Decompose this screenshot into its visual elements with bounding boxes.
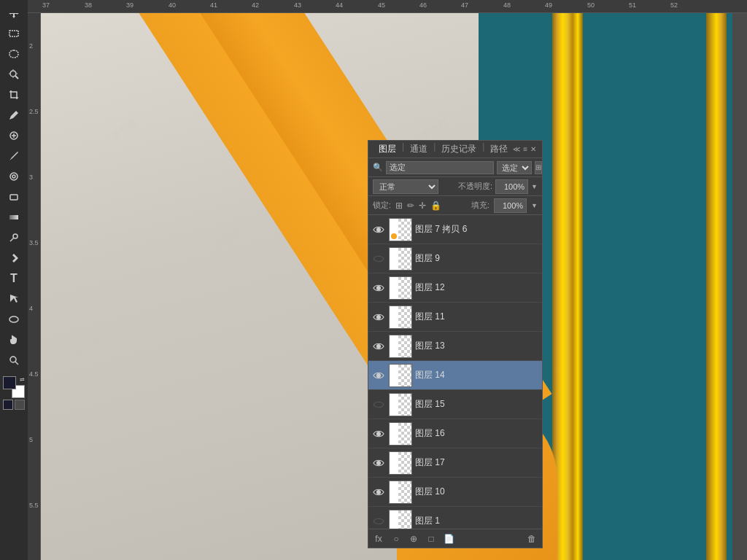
swap-colors-icon[interactable]: ⇄ (20, 376, 25, 383)
layer-row[interactable]: 图层 17 (368, 448, 542, 478)
new-group-btn[interactable]: □ (424, 532, 438, 546)
layer-row[interactable]: 图层 7 拷贝 6 (368, 215, 542, 244)
search-input[interactable] (386, 161, 494, 174)
tool-select-rect[interactable] (4, 24, 23, 43)
ruler-mark-50: 50 (587, 1, 595, 9)
opacity-input[interactable] (495, 179, 528, 194)
tool-lasso[interactable] (4, 44, 23, 63)
tab-layers[interactable]: 图层 (374, 141, 400, 157)
lock-grid-icon[interactable]: ⊞ (395, 201, 403, 211)
panel-bottom-toolbar: fx ○ ⊕ □ 📄 🗑 (368, 529, 542, 548)
blend-row: 正常 溶解 正片叠底 不透明度: ▼ (368, 177, 542, 196)
tool-dodge[interactable] (4, 228, 23, 247)
ruler-mark-46: 46 (419, 1, 427, 9)
layer-thumbnail (389, 451, 412, 475)
svg-point-2 (10, 71, 16, 77)
ruler-mark-left-55: 5.5 (29, 502, 39, 509)
layer-row[interactable]: 图层 9 (368, 244, 542, 273)
svg-rect-0 (9, 31, 18, 36)
tool-gradient[interactable] (4, 208, 23, 227)
layer-row[interactable]: 图层 10 (368, 478, 542, 507)
layer-visibility-icon[interactable] (371, 456, 386, 470)
tab-paths[interactable]: 路径 (486, 141, 512, 157)
ruler-mark-48: 48 (503, 1, 511, 9)
tool-hand[interactable] (4, 330, 23, 349)
fill-input[interactable] (494, 198, 527, 213)
ruler-mark-45: 45 (378, 1, 385, 9)
tool-text[interactable]: T (4, 269, 23, 288)
search-type-dropdown[interactable]: 选定 名称 类型 (497, 161, 532, 174)
tool-brush[interactable] (4, 147, 23, 166)
tab-history[interactable]: 历史记录 (437, 141, 481, 157)
new-layer-btn[interactable]: 📄 (441, 532, 456, 546)
lock-brush-icon[interactable]: ✏ (407, 201, 414, 211)
tool-shape[interactable] (4, 310, 23, 329)
layer-row[interactable]: 图层 14 (368, 361, 542, 390)
fill-arrow[interactable]: ▼ (531, 202, 538, 209)
panel-collapse-btn[interactable]: ≪ (513, 145, 520, 153)
panel-menu-btn[interactable]: ≡ (523, 145, 527, 153)
layer-row[interactable]: 图层 13 (368, 332, 542, 361)
svg-point-19 (377, 228, 381, 231)
layer-row[interactable]: 图层 16 (368, 419, 542, 448)
ruler-mark-47: 47 (461, 1, 468, 9)
tool-healing[interactable] (4, 126, 23, 145)
layer-name: 图层 10 (415, 486, 539, 498)
delete-layer-btn[interactable]: 🗑 (525, 532, 539, 546)
tab-channels[interactable]: 通道 (406, 141, 432, 157)
quick-mask-on[interactable] (15, 400, 25, 410)
layer-thumbnail (389, 306, 412, 329)
layer-visibility-icon[interactable] (371, 310, 386, 324)
layers-list: 图层 7 拷贝 6图层 9图层 12图层 11图层 13图层 14图层 15图层… (368, 215, 542, 529)
tool-eraser[interactable] (4, 187, 23, 206)
ruler-mark-49: 49 (545, 1, 552, 9)
lock-move-icon[interactable]: ✛ (419, 201, 426, 211)
lock-all-icon[interactable]: 🔒 (430, 201, 441, 211)
layer-visibility-icon[interactable] (371, 252, 386, 266)
layer-name: 图层 12 (415, 281, 539, 294)
foreground-color-box[interactable] (3, 376, 16, 389)
blend-mode-select[interactable]: 正常 溶解 正片叠底 (373, 179, 438, 194)
ruler-mark-37: 37 (42, 1, 50, 9)
svg-point-11 (12, 175, 15, 178)
layer-row[interactable]: 图层 15 (368, 390, 542, 419)
layer-thumbnail (389, 481, 412, 504)
tool-path-select[interactable] (4, 289, 23, 308)
layer-thumbnail (389, 276, 412, 300)
quick-mask-off[interactable] (3, 400, 13, 410)
tool-wand[interactable] (4, 65, 23, 84)
layer-row[interactable]: 图层 11 (368, 303, 542, 332)
svg-point-21 (377, 315, 381, 319)
layer-row[interactable]: 图层 12 (368, 273, 542, 303)
layer-visibility-icon[interactable] (371, 222, 386, 237)
layer-row[interactable]: 图层 1 (368, 507, 542, 529)
opacity-arrow[interactable]: ▼ (531, 183, 538, 190)
tool-eyedropper[interactable] (4, 106, 23, 125)
layer-visibility-icon[interactable] (371, 485, 386, 499)
add-mask-btn[interactable]: ○ (389, 532, 403, 546)
add-style-btn[interactable]: fx (371, 532, 386, 546)
search-row: 🔍 选定 名称 类型 ⊞ (368, 158, 542, 177)
svg-point-17 (10, 357, 16, 362)
layer-visibility-icon[interactable] (371, 339, 386, 354)
layer-visibility-icon[interactable] (371, 427, 386, 441)
layer-visibility-icon[interactable] (371, 368, 386, 383)
fill-label: 填充: (471, 200, 489, 211)
svg-point-26 (377, 490, 381, 494)
svg-point-24 (377, 432, 381, 435)
tool-pen[interactable] (4, 249, 23, 268)
tool-crop[interactable] (4, 85, 23, 104)
ruler-mark-40: 40 (169, 1, 176, 9)
layer-name: 图层 17 (415, 456, 539, 469)
layer-visibility-icon[interactable] (371, 281, 386, 295)
new-fill-layer-btn[interactable]: ⊕ (406, 532, 421, 546)
layer-thumbnail (389, 364, 412, 387)
layer-visibility-icon[interactable] (371, 514, 386, 529)
panel-close-btn[interactable]: ✕ (530, 145, 536, 153)
panel-search-btn[interactable]: ⊞ (535, 161, 542, 174)
color-picker[interactable]: ⇄ (3, 376, 25, 398)
layer-visibility-icon[interactable] (371, 397, 386, 412)
tool-clone[interactable] (4, 167, 23, 186)
svg-point-10 (10, 173, 18, 180)
tool-zoom[interactable] (4, 351, 23, 370)
